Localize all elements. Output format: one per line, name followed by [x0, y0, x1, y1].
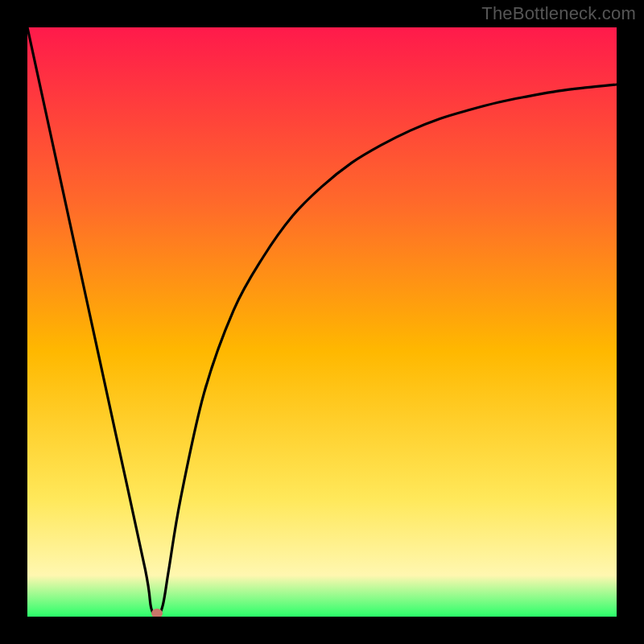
attribution-label: TheBottleneck.com — [481, 3, 636, 24]
gradient-background — [27, 27, 617, 617]
plot-area — [27, 27, 617, 617]
chart-canvas — [27, 27, 617, 617]
chart-frame: TheBottleneck.com — [0, 0, 644, 644]
